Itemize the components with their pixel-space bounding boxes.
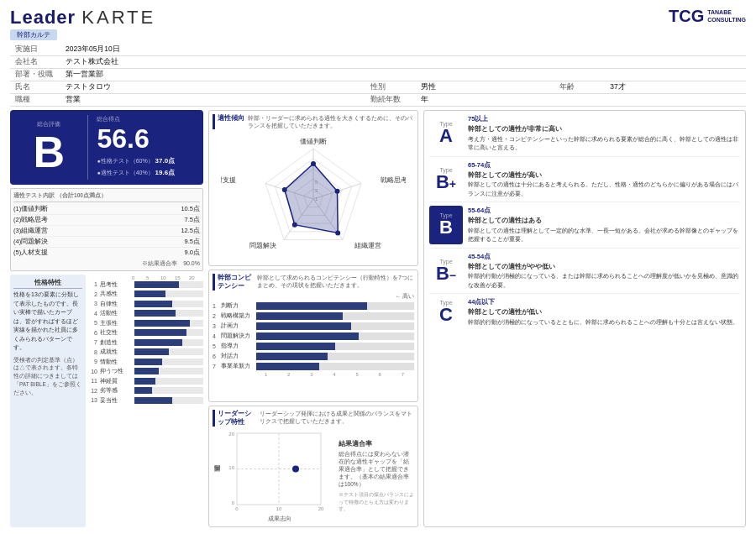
tcg-logo: TCG TANABECONSULTING: [669, 7, 746, 26]
bar-axis-top: 0 5 10 15 20: [132, 275, 203, 280]
job-value: 営業: [60, 94, 365, 107]
comp-title: 幹部コンピテンシー: [213, 274, 254, 291]
svg-text:10: 10: [228, 465, 234, 470]
test-note: ※結果適合率 90.0%: [13, 259, 200, 268]
title-karte: KARTE: [81, 7, 155, 28]
type-row: Type B− 45-54点 幹部としての適性がやや低い 幹部的行動が消極的にな…: [429, 252, 740, 295]
company-value: テスト株式会社: [60, 56, 746, 69]
header-left: Leader KARTE 幹部カルテ: [10, 7, 155, 40]
personality-bar-row: 2 共感性: [89, 290, 203, 298]
age-label: 年齢: [554, 81, 605, 94]
type-row: Type B 55-64点 幹部としての適性はある 幹部としての適性は理解として…: [429, 206, 740, 249]
title-leader: Leader: [10, 7, 76, 28]
svg-point-14: [292, 222, 297, 228]
personality-bar-row: 11 神経質: [89, 377, 203, 385]
radar-svg: 価値判断 戦略思考 組織運営 問題解決 人材支援 1 3 5: [221, 132, 406, 262]
header-right: TCG TANABECONSULTING: [669, 7, 746, 26]
leadership-header: リーダーシップ特性 リーダーシップ発揮における成果と関係のバランスをマトリクスで…: [213, 410, 414, 427]
scatter-area: 0 10 20 0 10 20 成果志向: [224, 429, 335, 523]
test-content-box: 適性テスト内訳 （合計100点満点） (1)価値判断10.5点(2)戦略思考7.…: [10, 188, 203, 271]
bar-chart-area: 0 5 10 15 20 1 思考性 2 共感性 3 自律性 4 活動性: [89, 275, 203, 527]
type-rows: Type A 75以上 幹部としての適性が非常に高い 考え方・適性・コンピテンシ…: [429, 114, 740, 330]
page-root: Leader KARTE 幹部カルテ TCG TANABECONSULTING …: [0, 0, 756, 534]
gender-value: 男性: [416, 81, 554, 94]
age-value: 37才: [605, 81, 746, 94]
competency-row: 3 計画力: [213, 322, 414, 330]
aptitude-label: ●適性テスト（40%）: [97, 170, 153, 175]
type-row: Type A 75以上 幹部としての適性が非常に高い 考え方・適性・コンピテンシ…: [429, 114, 740, 157]
comp-desc: 幹部として求められるコンピテンシー（行動特性）を7つにまとめ、その現状を把握いた…: [257, 274, 414, 291]
result-note-desc: 総合得点には変わらない潜在的な適性ギャップを「結果適合率」として把握できます。（…: [339, 450, 414, 488]
grade-value: B: [33, 130, 65, 174]
years-label: 勤続年数: [365, 94, 416, 107]
right-column: Type A 75以上 幹部としての適性が非常に高い 考え方・適性・コンピテンシ…: [423, 110, 746, 527]
comp-high-label: ← 高い: [255, 293, 414, 301]
personality-note: 性格特性 性格を13の要素に分類して表示したものです。長い実棒で描いたカーブは、…: [10, 275, 86, 527]
dept-value: 第一営業部: [60, 69, 746, 81]
footnote: ※テスト項目の採点バランスによって特徴のとらえ方は変わります。: [339, 491, 414, 512]
type-row: Type C 44点以下 幹部としての適性が低い 幹部的行動が消極的になっている…: [429, 297, 740, 330]
total-label: 総合得点: [97, 115, 198, 123]
svg-text:20: 20: [318, 506, 324, 511]
date-value: 2023年05月10日: [60, 44, 746, 56]
personality-bar-row: 1 思考性: [89, 280, 203, 289]
competency-row: 6 対話力: [213, 352, 414, 360]
leadership-title: リーダーシップ特性: [213, 410, 256, 427]
svg-point-11: [311, 161, 316, 166]
score-box: 総合評価 B 総合得点 56.6 ●性格テスト（60%） 37.0点 ●適性テス…: [10, 110, 203, 185]
personality-bar-row: 10 抑うつ性: [89, 367, 203, 375]
personality-bar-row: 6 社交性: [89, 328, 203, 337]
personality-bar-row: 4 活動性: [89, 309, 203, 317]
svg-text:0: 0: [235, 506, 239, 511]
personality-section: 性格特性 性格を13の要素に分類して表示したものです。長い実棒で描いたカーブは、…: [10, 275, 203, 527]
svg-text:組織運営: 組織運営: [354, 242, 381, 249]
type-row: Type B+ 65-74点 幹部としての適性が高い 幹部としての適性は十分にあ…: [429, 160, 740, 203]
test-content-header: 適性テスト内訳 （合計100点満点）: [13, 191, 200, 202]
page-title: Leader KARTE: [10, 7, 155, 29]
company-label: 会社名: [10, 56, 60, 69]
competency-row: 7 事業革新力: [213, 362, 414, 370]
leadership-desc: リーダーシップ発揮における成果と関係のバランスをマトリクスで把握していただきます…: [260, 410, 414, 427]
test-row: (5)人材支援9.0点: [13, 248, 200, 258]
personality-desc: 性格を13の要素に分類して表示したものです。長い実棒で描いたカーブは、皆がすれば…: [13, 291, 82, 353]
svg-text:戦略思考: 戦略思考: [381, 176, 406, 184]
name-label: 氏名: [10, 81, 60, 94]
name-value: テストタロウ: [60, 81, 365, 94]
total-value: 56.6: [97, 125, 198, 152]
comp-axis: 1234567: [255, 372, 414, 377]
competency-row: 1 判断力: [213, 301, 414, 310]
svg-point-12: [335, 189, 340, 194]
test-row: (1)価値判断10.5点: [13, 204, 200, 215]
leadership-box: リーダーシップ特性 リーダーシップ発揮における成果と関係のバランスをマトリクスで…: [208, 406, 418, 527]
competency-row: 2 戦略構築力: [213, 312, 414, 320]
test-items: (1)価値判断10.5点(2)戦略思考7.5点(3)組織運営12.5点(4)問題…: [13, 204, 200, 258]
svg-point-33: [292, 466, 299, 473]
svg-point-15: [282, 187, 287, 192]
personality-bar-row: 3 自律性: [89, 300, 203, 308]
score-left: 総合評価 B: [15, 115, 88, 180]
competency-row: 4 問題解決力: [213, 332, 414, 340]
karte-badge: 幹部カルテ: [10, 29, 57, 40]
aptitude-score: 19.6点: [155, 169, 176, 176]
competency-box: 幹部コンピテンシー 幹部として求められるコンピテンシー（行動特性）を7つにまとめ…: [208, 270, 418, 402]
svg-point-13: [335, 231, 340, 236]
result-note-title: 結果適合率: [339, 440, 414, 448]
svg-text:10: 10: [276, 506, 282, 511]
tanabe-text: TANABECONSULTING: [707, 9, 746, 24]
test-row: (4)問題解決9.5点: [13, 237, 200, 248]
test-row: (3)組織運営12.5点: [13, 226, 200, 237]
radar-box: 適性傾向 幹部・リーダーに求められる適性を大きくするために、そのバランスを把握し…: [208, 110, 418, 266]
radar-svg-container: 価値判断 戦略思考 組織運営 問題解決 人材支援 1 3 5: [213, 132, 414, 262]
scatter-note-area: 結果適合率 総合得点には変わらない潜在的な適性ギャップを「結果適合率」として把握…: [339, 440, 414, 513]
personality-bar-row: 5 主張性: [89, 319, 203, 327]
personality-label: ●性格テスト（60%）: [97, 158, 153, 164]
tcg-text: TCG: [669, 7, 704, 26]
score-detail: ●性格テスト（60%） 37.0点 ●適性テスト（40%） 19.6点: [97, 155, 198, 180]
test-row: (2)戦略思考7.5点: [13, 215, 200, 226]
competency-row: 5 指導力: [213, 342, 414, 350]
dept-label: 部署・役職: [10, 69, 60, 81]
left-column: 総合評価 B 総合得点 56.6 ●性格テスト（60%） 37.0点 ●適性テス…: [10, 110, 203, 527]
info-table: 実施日 2023年05月10日 会社名 テスト株式会社 部署・役職 第一営業部 …: [10, 44, 746, 107]
personality-note2: 受検者の判定基準（点）は△で表されます。各特性の詳細につきましては「PAT BI…: [13, 356, 82, 397]
comp-header: 幹部コンピテンシー 幹部として求められるコンピテンシー（行動特性）を7つにまとめ…: [213, 274, 414, 291]
